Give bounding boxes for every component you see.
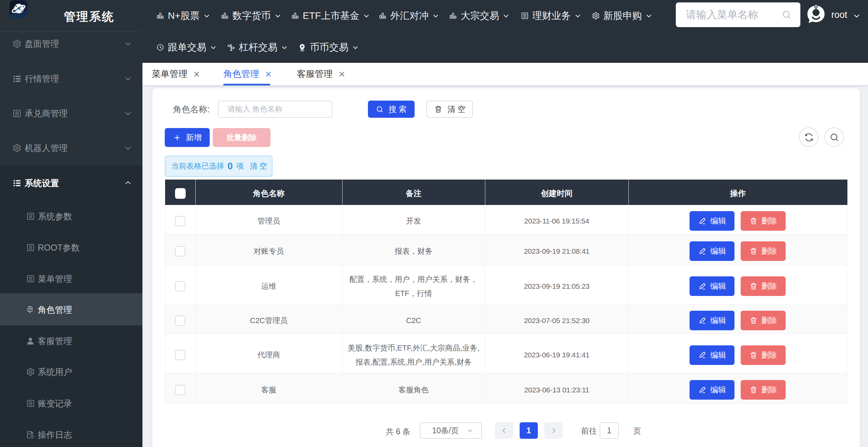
svg-text:SQL: SQL bbox=[28, 432, 33, 435]
